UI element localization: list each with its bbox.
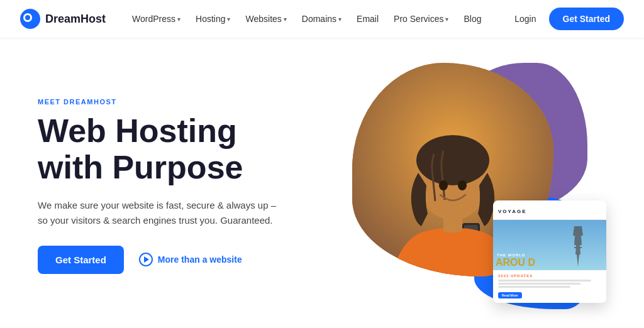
hero-title-line2: with Purpose [38, 149, 243, 185]
nav-actions: Login Get Started [512, 8, 624, 30]
hero-title: Web Hosting with Purpose [38, 113, 340, 185]
svg-marker-18 [573, 226, 583, 236]
play-icon [139, 253, 153, 266]
card-desc-lines [498, 280, 601, 288]
svg-rect-12 [443, 214, 462, 232]
svg-rect-20 [575, 239, 581, 240]
dreamhost-logo-icon [20, 9, 40, 29]
logo-text: DreamHost [45, 13, 106, 26]
navbar: DreamHost WordPress Hosting Websites Dom… [0, 0, 644, 38]
card-site-name: VOYAGE [498, 209, 527, 214]
more-than-link[interactable]: More than a website [139, 253, 242, 266]
card-line-2 [498, 283, 580, 285]
more-than-label: More than a website [158, 254, 242, 265]
nav-get-started-button[interactable]: Get Started [549, 8, 624, 30]
website-card: VOYAGE [493, 200, 606, 303]
nav-item-wordpress[interactable]: WordPress [126, 9, 187, 29]
card-content: 2022 UPDATES Read More [493, 270, 606, 303]
card-image-svg: THE WORLD AROU D [493, 220, 606, 270]
svg-rect-21 [574, 247, 582, 248]
hero-get-started-button[interactable]: Get Started [38, 246, 124, 274]
svg-point-2 [25, 15, 30, 20]
nav-item-email[interactable]: Email [350, 9, 385, 29]
card-cta-button[interactable]: Read More [498, 292, 522, 298]
nav-item-pro-services[interactable]: Pro Services [387, 9, 455, 29]
svg-marker-16 [575, 245, 580, 254]
hero-actions: Get Started More than a website [38, 246, 340, 274]
hero-right: VOYAGE [340, 57, 606, 315]
svg-marker-17 [574, 236, 582, 245]
nav-item-hosting[interactable]: Hosting [189, 9, 236, 29]
svg-point-9 [458, 180, 467, 190]
nav-item-websites[interactable]: Websites [239, 9, 292, 29]
svg-point-7 [416, 135, 489, 185]
card-header: VOYAGE [493, 200, 606, 220]
card-updates-label: 2022 UPDATES [498, 274, 601, 278]
hero-title-line1: Web Hosting [38, 112, 237, 149]
card-line-3 [498, 286, 570, 288]
login-button[interactable]: Login [512, 9, 538, 29]
hero-description: We make sure your website is fast, secur… [38, 198, 277, 228]
card-line-1 [498, 280, 591, 282]
play-triangle [144, 256, 149, 263]
hero-left: MEET DREAMHOST Web Hosting with Purpose … [38, 98, 340, 273]
card-image-area: THE WORLD AROU D [493, 220, 606, 270]
nav-links: WordPress Hosting Websites Domains Email… [126, 9, 512, 29]
svg-rect-19 [576, 232, 580, 234]
nav-item-blog[interactable]: Blog [457, 9, 487, 29]
svg-text:AROU D: AROU D [496, 257, 535, 268]
svg-point-8 [439, 180, 448, 190]
meet-label: MEET DREAMHOST [38, 98, 340, 106]
hero-section: MEET DREAMHOST Web Hosting with Purpose … [0, 38, 644, 328]
nav-item-domains[interactable]: Domains [296, 9, 348, 29]
logo[interactable]: DreamHost [20, 9, 106, 29]
